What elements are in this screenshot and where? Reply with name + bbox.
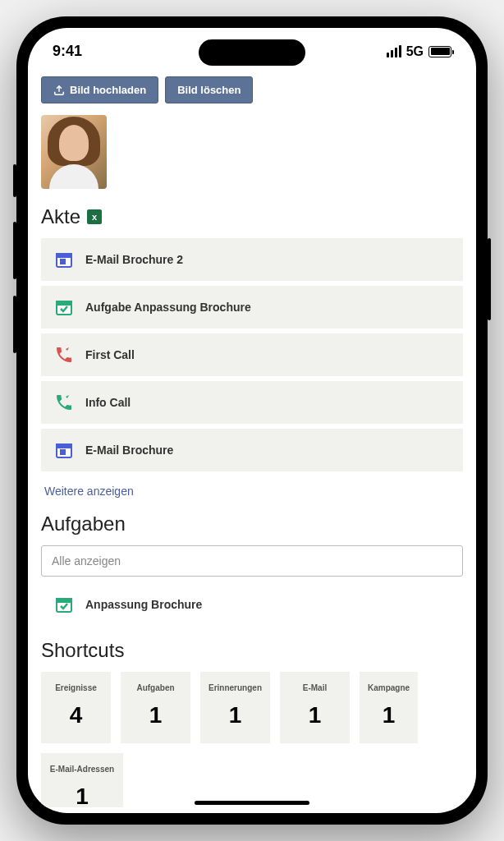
calendar-icon: [54, 250, 74, 269]
akte-item-label: First Call: [85, 348, 135, 361]
aufgaben-filter-dropdown[interactable]: Alle anzeigen: [41, 545, 463, 577]
akte-item[interactable]: First Call: [41, 333, 463, 376]
shortcut-ereignisse[interactable]: Ereignisse 4: [41, 672, 111, 743]
silent-switch: [13, 164, 16, 197]
shortcut-label: Aufgaben: [129, 683, 182, 692]
shortcut-label: Erinnerungen: [208, 683, 262, 692]
svg-rect-8: [61, 450, 65, 454]
dynamic-island: [199, 39, 305, 66]
svg-rect-5: [57, 301, 71, 305]
svg-rect-3: [61, 260, 65, 264]
shortcuts-title-text: Shortcuts: [41, 639, 124, 662]
phone-incoming-icon: [54, 393, 74, 412]
aufgaben-item[interactable]: Anpassung Brochure: [41, 585, 463, 624]
status-right: 5G: [387, 44, 451, 59]
svg-rect-7: [57, 444, 71, 448]
battery-icon: [428, 46, 451, 57]
akte-item-label: Aufgabe Anpassung Brochure: [85, 301, 251, 314]
svg-rect-2: [57, 254, 71, 257]
phone-frame: 9:41 5G: [16, 16, 488, 825]
upload-label: Bild hochladen: [70, 84, 146, 96]
shortcuts-grid: Ereignisse 4 Aufgaben 1 Erinnerungen 1 E…: [41, 672, 463, 807]
akte-section-title: Akte x: [41, 205, 463, 228]
akte-item[interactable]: E-Mail Brochure 2: [41, 238, 463, 281]
shortcut-value: 1: [49, 784, 115, 807]
content-area: Bild hochladen Bild löschen Akte x: [28, 68, 476, 807]
upload-image-button[interactable]: Bild hochladen: [41, 76, 158, 103]
svg-rect-10: [57, 599, 71, 602]
shortcut-value: 1: [368, 702, 410, 728]
shortcut-label: E-Mail-Adressen: [49, 765, 115, 774]
shortcut-value: 4: [49, 702, 103, 728]
shortcut-aufgaben[interactable]: Aufgaben 1: [121, 672, 190, 743]
avatar[interactable]: [41, 115, 107, 189]
shortcut-email-adressen[interactable]: E-Mail-Adressen 1: [41, 753, 123, 807]
delete-image-button[interactable]: Bild löschen: [165, 76, 253, 103]
akte-item[interactable]: E-Mail Brochure: [41, 429, 463, 471]
volume-up-button: [13, 222, 16, 279]
show-more-link[interactable]: Weitere anzeigen: [41, 476, 137, 512]
upload-icon: [53, 85, 65, 96]
delete-label: Bild löschen: [177, 84, 241, 96]
excel-export-icon[interactable]: x: [87, 209, 102, 224]
shortcut-label: Ereignisse: [49, 683, 103, 692]
checkbox-icon: [54, 595, 74, 614]
checkbox-icon: [54, 297, 74, 317]
akte-item[interactable]: Aufgabe Anpassung Brochure: [41, 286, 463, 329]
shortcut-erinnerungen[interactable]: Erinnerungen 1: [200, 672, 270, 743]
akte-item-label: E-Mail Brochure 2: [85, 253, 183, 266]
calendar-icon: [54, 440, 74, 460]
volume-down-button: [13, 296, 16, 353]
network-label: 5G: [406, 44, 424, 59]
aufgaben-item-label: Anpassung Brochure: [85, 598, 202, 611]
akte-item[interactable]: Info Call: [41, 381, 463, 424]
akte-title-text: Akte: [41, 205, 80, 228]
phone-screen: 9:41 5G: [28, 28, 476, 813]
akte-item-label: E-Mail Brochure: [85, 443, 173, 457]
status-time: 9:41: [53, 43, 82, 60]
shortcut-value: 1: [288, 702, 341, 728]
shortcut-value: 1: [208, 702, 262, 728]
akte-item-label: Info Call: [85, 396, 131, 409]
shortcut-value: 1: [129, 702, 182, 728]
shortcut-email[interactable]: E-Mail 1: [280, 672, 350, 743]
aufgaben-section-title: Aufgaben: [41, 512, 463, 535]
shortcut-label: E-Mail: [288, 683, 341, 692]
home-indicator[interactable]: [195, 801, 309, 805]
shortcut-label: Kampagne: [368, 683, 410, 692]
aufgaben-title-text: Aufgaben: [41, 512, 126, 535]
shortcut-kampagne[interactable]: Kampagne 1: [360, 672, 418, 743]
power-button: [488, 238, 491, 320]
signal-icon: [387, 45, 401, 57]
button-row: Bild hochladen Bild löschen: [41, 76, 463, 103]
shortcuts-section-title: Shortcuts: [41, 639, 463, 662]
phone-outgoing-icon: [54, 345, 74, 365]
